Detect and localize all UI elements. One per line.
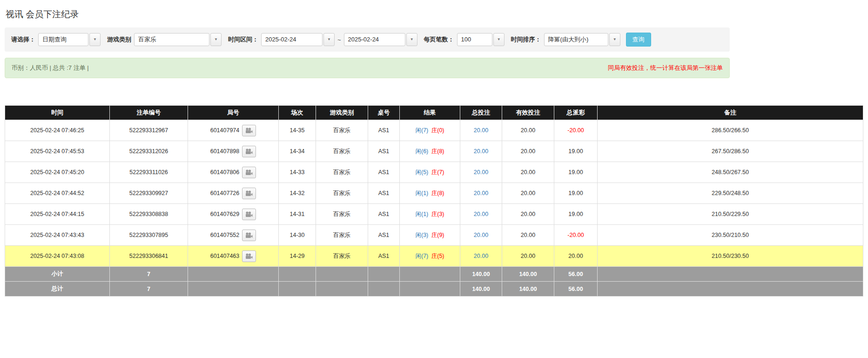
banker-result: 庄(8) [431,148,444,155]
video-replay-button[interactable] [242,146,256,157]
summary-row: 总计 7 140.00 140.00 56.00 [5,282,863,297]
cell-total-bet: 20.00 [460,141,502,162]
video-replay-button[interactable] [242,167,256,178]
cell-result: 闲(7) 庄(5) [400,246,460,267]
cell-result: 闲(1) 庄(3) [400,204,460,225]
cell-game-type: 百家乐 [316,204,368,225]
cell-total-bet: 20.00 [460,120,502,141]
date-from-dropdown-button[interactable]: ▼ [323,33,335,46]
cell-round-no: 601407898 [188,141,279,162]
page-size-select: 100 ▼ [457,33,505,46]
table-footer: 小计 7 140.00 140.00 56.00 总计 7 140.00 140… [5,267,863,297]
top-section: 请选择： 日期查询 ▼ 游戏类别 百家乐 ▼ 时间区间： 2025-02-24 … [5,27,730,78]
cell-game-type: 百家乐 [316,120,368,141]
player-result: 闲(7) [415,253,428,259]
cell-payout: 19.00 [554,162,598,183]
page-size-dropdown-button[interactable]: ▼ [493,33,505,46]
date-from-picker: 2025-02-24 ▼ [261,33,335,46]
sort-order-label: 时间排序： [511,35,541,44]
total-bet-link[interactable]: 20.00 [474,232,488,238]
column-header-10: 备注 [598,106,863,120]
table-row: 2025-02-24 07:44:15 522293308838 6014076… [5,204,863,225]
cell-valid-bet: 20.00 [502,162,554,183]
cell-round-no: 601407629 [188,204,279,225]
sort-order-select: 降冪(由大到小) ▼ [544,33,620,46]
cell-payout: 19.00 [554,204,598,225]
player-result: 闲(6) [415,148,428,155]
page-size-input[interactable]: 100 [457,33,492,46]
cell-payout: -20.00 [554,225,598,246]
sort-order-dropdown-button[interactable]: ▼ [609,33,620,46]
summary-payout-cell: 56.00 [554,267,598,282]
page: 视讯 会员下注纪录 请选择： 日期查询 ▼ 游戏类别 百家乐 ▼ 时间区间： 2… [0,0,868,297]
cell-bet-id: 522293307895 [110,225,188,246]
table-row: 2025-02-24 07:44:52 522293309927 6014077… [5,183,863,204]
cell-bet-id: 522293306841 [110,246,188,267]
cell-note: 230.50/210.50 [598,225,863,246]
cell-session: 14-32 [279,183,316,204]
game-type-dropdown-button[interactable]: ▼ [210,33,222,46]
date-to-input[interactable]: 2025-02-24 [344,33,405,46]
cell-payout: 20.00 [554,246,598,267]
summary-payout-cell: 56.00 [554,282,598,297]
total-bet-link[interactable]: 20.00 [474,127,488,134]
chevron-down-icon: ▼ [327,38,331,41]
round-number: 601407898 [210,148,240,155]
cell-valid-bet: 20.00 [502,141,554,162]
summary-bar: 币别：人民币 | 总共 :7 注单 | 同局有效投注，统一计算在该局第一张注单 [5,58,730,78]
table-row: 2025-02-24 07:43:43 522293307895 6014075… [5,225,863,246]
total-bet-link[interactable]: 20.00 [474,211,488,217]
summary-label-cell: 小计 [5,267,110,282]
total-bet-link[interactable]: 20.00 [474,148,488,155]
summary-count-cell: 7 [110,282,188,297]
total-bet-link[interactable]: 20.00 [474,169,488,176]
query-type-input[interactable]: 日期查询 [38,33,88,46]
total-bet-link[interactable]: 20.00 [474,190,488,196]
query-type-label: 请选择： [11,35,35,44]
video-camera-icon [245,190,253,196]
round-number: 601407726 [210,190,240,196]
player-result: 闲(1) [415,190,428,196]
summary-empty-cell [279,282,316,297]
cell-valid-bet: 20.00 [502,225,554,246]
cell-note: 210.50/229.50 [598,204,863,225]
banker-result: 庄(9) [431,232,444,238]
round-number: 601407629 [210,211,240,217]
total-bet-link[interactable]: 20.00 [474,253,488,259]
cell-total-bet: 20.00 [460,162,502,183]
game-type-input[interactable]: 百家乐 [134,33,209,46]
page-title: 视讯 会员下注纪录 [6,8,863,20]
search-button[interactable]: 查询 [626,33,651,47]
cell-result: 闲(5) 庄(7) [400,162,460,183]
video-replay-button[interactable] [242,250,256,262]
summary-total-bet-cell: 140.00 [460,267,502,282]
query-type-dropdown-button[interactable]: ▼ [89,33,101,46]
column-header-0: 时间 [5,106,110,120]
video-replay-button[interactable] [242,209,256,220]
video-replay-button[interactable] [242,188,256,199]
column-header-2: 局号 [188,106,279,120]
cell-time: 2025-02-24 07:46:25 [5,120,110,141]
bet-records-table: 时间注单编号局号场次游戏类别桌号结果总投注有效投注总派彩备注 2025-02-2… [5,105,863,297]
cell-time: 2025-02-24 07:45:20 [5,162,110,183]
sort-order-input[interactable]: 降冪(由大到小) [544,33,608,46]
cell-session: 14-33 [279,162,316,183]
date-to-dropdown-button[interactable]: ▼ [406,33,417,46]
cell-result: 闲(1) 庄(8) [400,183,460,204]
cell-game-type: 百家乐 [316,141,368,162]
video-replay-button[interactable] [242,125,256,136]
cell-table-no: AS1 [368,225,400,246]
cell-table-no: AS1 [368,246,400,267]
date-from-input[interactable]: 2025-02-24 [261,33,323,46]
table-body: 2025-02-24 07:46:25 522293312967 6014079… [5,120,863,267]
chevron-down-icon: ▼ [497,38,501,41]
cell-time: 2025-02-24 07:43:08 [5,246,110,267]
round-number: 601407463 [210,253,240,259]
cell-table-no: AS1 [368,162,400,183]
cell-table-no: AS1 [368,204,400,225]
cell-valid-bet: 20.00 [502,204,554,225]
video-replay-button[interactable] [242,230,256,241]
player-result: 闲(1) [415,211,428,217]
player-result: 闲(5) [415,169,428,176]
video-camera-icon [245,128,253,134]
